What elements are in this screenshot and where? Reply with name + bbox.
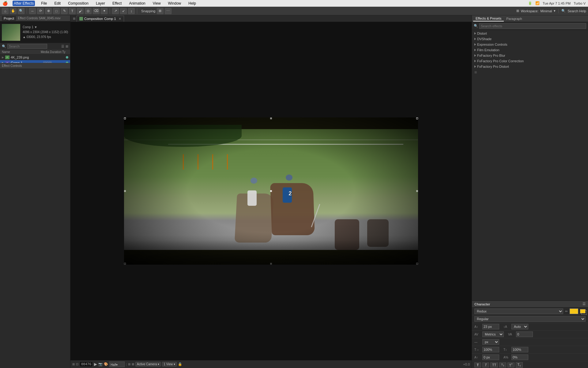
snapping-options[interactable]: ⋯ bbox=[165, 8, 172, 14]
effect-category-film[interactable]: Film Emulation bbox=[472, 47, 588, 53]
right-panel-tabs: Effects & Presets Paragraph bbox=[472, 15, 588, 22]
char-color-swatch-main[interactable] bbox=[570, 309, 578, 314]
toolbar-text-btn[interactable]: T bbox=[69, 8, 76, 14]
dvshade-label: DVShade bbox=[477, 37, 492, 41]
toolbar-transform-btn[interactable]: ↔ bbox=[29, 8, 36, 14]
toolbar-rotate-btn[interactable]: ⟳ bbox=[37, 8, 44, 14]
char-super-btn[interactable]: TT bbox=[507, 362, 514, 368]
project-panel-header: Project Effect Controls SAM_0045.mov bbox=[0, 15, 70, 21]
character-auto-select[interactable]: Auto bbox=[511, 324, 528, 329]
toolbar-home-btn[interactable]: ⌂ bbox=[2, 8, 9, 14]
char-sub-btn[interactable]: TT bbox=[516, 362, 523, 368]
toolbar-anchor-btn[interactable]: ⊕ bbox=[45, 8, 52, 14]
char-bold-btn[interactable]: T bbox=[474, 362, 481, 367]
menu-composition[interactable]: Composition bbox=[67, 1, 90, 6]
project-tab[interactable]: Project bbox=[2, 16, 16, 21]
menu-bar: 🍎 After Effects File Edit Composition La… bbox=[0, 0, 588, 7]
menu-edit[interactable]: Edit bbox=[53, 1, 62, 6]
char-color-secondary[interactable] bbox=[580, 309, 586, 313]
project-item-0[interactable]: ▶ P 4K_239.png bbox=[0, 55, 70, 60]
effects-presets-tab[interactable]: Effects & Presets bbox=[473, 16, 504, 21]
viewer-timecode[interactable]: 00476 bbox=[80, 362, 93, 367]
menu-view[interactable]: View bbox=[152, 1, 162, 6]
project-grid-icon: ⊞ bbox=[66, 44, 68, 48]
viewer-views-select[interactable]: 1 View ▾ bbox=[162, 362, 177, 366]
char-px-icon: — bbox=[474, 340, 481, 344]
viewer[interactable]: 2 bbox=[70, 22, 472, 360]
toolbar-zoom-btn[interactable]: 🔍 bbox=[18, 8, 24, 14]
expression-label: Expression Controls bbox=[477, 43, 507, 46]
comp-tab-main[interactable]: Composition Comp 1 ✕ bbox=[77, 16, 124, 22]
character-metrics-select[interactable]: Metrics bbox=[482, 332, 504, 337]
character-tracking-input[interactable] bbox=[516, 332, 533, 337]
char-edit-icon[interactable]: ✏ bbox=[565, 309, 568, 313]
toolbar-stamp-btn[interactable]: ◎ bbox=[85, 8, 92, 14]
toolbar-puppet-btn[interactable]: ✦ bbox=[101, 8, 107, 14]
menu-window[interactable]: Window bbox=[167, 1, 183, 6]
effect-category-distort[interactable]: Distort bbox=[472, 31, 588, 36]
user-display: Turbo V bbox=[574, 2, 586, 5]
character-baseline-pct-input[interactable] bbox=[511, 355, 528, 360]
viewer-camera-select[interactable]: Active Camera ▾ bbox=[135, 362, 161, 366]
project-search-icon: 🔍 bbox=[2, 44, 6, 48]
effect-category-fxcolor[interactable]: FxFactory Pro Color Correction bbox=[472, 58, 588, 64]
col-duration-header: Media Duration bbox=[41, 50, 62, 54]
effect-category-dvshade[interactable]: DVShade bbox=[472, 36, 588, 42]
menu-app-name[interactable]: After Effects bbox=[13, 1, 35, 6]
character-font-size-input[interactable] bbox=[482, 324, 499, 329]
toolbar-rect-btn[interactable]: □ bbox=[53, 8, 60, 14]
viewer-play-btn[interactable]: ▶ bbox=[94, 362, 97, 366]
character-baseline-input[interactable] bbox=[482, 355, 499, 360]
item-0-icon: P bbox=[5, 56, 9, 59]
character-v-scale-input[interactable] bbox=[511, 347, 528, 352]
character-panel-header: Character ☰ bbox=[472, 301, 588, 308]
character-style-select[interactable]: Regular bbox=[474, 316, 586, 322]
workspace-sep bbox=[558, 9, 559, 13]
char-caps-btn[interactable]: TT bbox=[490, 362, 498, 367]
toolbar-extra-2[interactable]: ↙ bbox=[120, 8, 127, 14]
menu-animation[interactable]: Animation bbox=[128, 1, 146, 6]
toolbar-extra-1[interactable]: ↗ bbox=[112, 8, 119, 14]
handle-top[interactable] bbox=[270, 117, 272, 119]
apple-menu[interactable]: 🍎 bbox=[2, 1, 8, 6]
toolbar-sep-3 bbox=[137, 8, 137, 14]
effect-category-fxdistort[interactable]: FxFactory Pro Distort bbox=[472, 64, 588, 69]
toolbar-pen-btn[interactable]: ✎ bbox=[61, 8, 68, 14]
handle-left[interactable] bbox=[124, 190, 126, 192]
effect-category-expression[interactable]: Expression Controls bbox=[472, 42, 588, 47]
char-italic-btn[interactable]: T bbox=[482, 362, 489, 367]
char-smallcaps-btn[interactable]: TT bbox=[499, 362, 506, 368]
viewer-snapshot-btn[interactable]: 📷 bbox=[98, 362, 103, 366]
character-h-scale-input[interactable] bbox=[482, 347, 499, 352]
menu-file[interactable]: File bbox=[40, 1, 48, 6]
project-search-input[interactable] bbox=[7, 44, 47, 49]
workspace-dropdown[interactable]: ▾ bbox=[554, 9, 556, 13]
viewer-quality-select[interactable]: Half▾ bbox=[109, 362, 125, 367]
effect-category-fxblur[interactable]: FxFactory Pro Blur bbox=[472, 53, 588, 58]
fxcolor-triangle bbox=[474, 60, 476, 62]
snapping-toggle[interactable]: ⊞ bbox=[157, 8, 164, 14]
character-font-select[interactable]: Redux bbox=[474, 309, 563, 314]
char-tracking-icon: VA bbox=[508, 333, 514, 336]
menu-effect[interactable]: Effect bbox=[111, 1, 123, 6]
corner-handle-tr[interactable] bbox=[416, 117, 418, 119]
effects-presets-panel: Effects & Presets Paragraph 🔍 Distort DV… bbox=[472, 15, 588, 301]
corner-handle-tl[interactable] bbox=[124, 117, 126, 119]
effect-controls-tab[interactable]: Effect Controls SAM_0045.mov bbox=[18, 17, 60, 20]
toolbar-brush-btn[interactable]: 🖌 bbox=[77, 8, 84, 14]
menu-layer[interactable]: Layer bbox=[95, 1, 106, 6]
project-panel: Project Effect Controls SAM_0045.mov Com… bbox=[0, 15, 70, 63]
character-px-select[interactable]: px bbox=[482, 339, 499, 345]
comp-tab-name: Comp 1 bbox=[104, 17, 116, 21]
paragraph-tab[interactable]: Paragraph bbox=[504, 16, 524, 21]
toolbar-extra-3[interactable]: ↕ bbox=[128, 8, 135, 14]
toolbar-eraser-btn[interactable]: ⌫ bbox=[93, 8, 100, 14]
handle-right[interactable] bbox=[416, 190, 418, 192]
comp-tab-close[interactable]: ✕ bbox=[119, 17, 121, 21]
viewer-color-btn[interactable]: 🎨 bbox=[104, 362, 108, 366]
effects-search-input[interactable] bbox=[479, 23, 586, 29]
left-panel: Project Effect Controls SAM_0045.mov Com… bbox=[0, 15, 70, 368]
character-menu-icon[interactable]: ☰ bbox=[582, 302, 586, 306]
toolbar-hand-btn[interactable]: ✋ bbox=[10, 8, 17, 14]
menu-help[interactable]: Help bbox=[187, 1, 197, 6]
